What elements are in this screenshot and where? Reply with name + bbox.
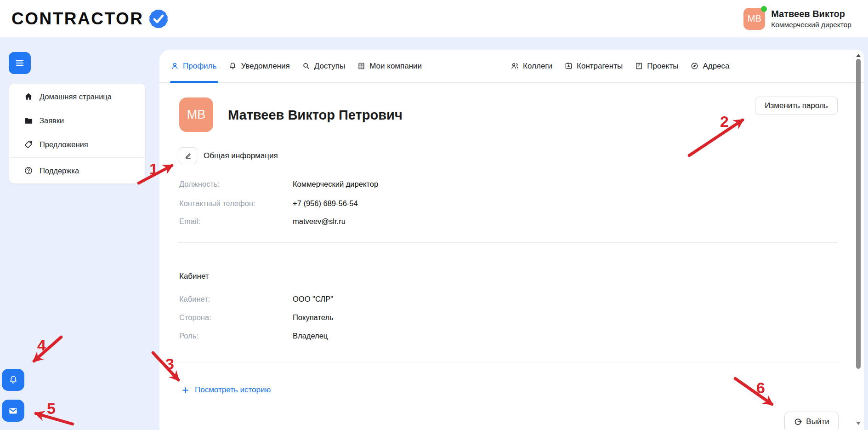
kanban-icon [635, 62, 643, 70]
field-label: Email: [179, 216, 293, 226]
verified-badge-icon [148, 8, 169, 29]
sidebar-nav: Домашняя страница Заявки Предложения Под… [9, 84, 145, 183]
home-icon [24, 92, 33, 101]
id-card-icon [565, 62, 573, 70]
edit-general-info-button[interactable] [179, 147, 197, 164]
compass-icon [691, 62, 698, 70]
scrollbar-down-arrow[interactable] [856, 422, 861, 425]
field-label: Кабинет: [179, 294, 293, 304]
logo[interactable]: CONTRACTOR [11, 8, 169, 29]
sidebar-item-support[interactable]: Поддержка [9, 159, 145, 183]
change-password-button[interactable]: Изменить пароль [755, 97, 838, 115]
bell-icon [229, 62, 237, 70]
messages-fab[interactable] [2, 400, 24, 422]
field-value: Коммерческий директор [293, 179, 378, 189]
online-status-dot [761, 6, 767, 12]
sidebar-item-home[interactable]: Домашняя страница [9, 85, 145, 109]
section-divider [178, 362, 838, 362]
tab-projects[interactable]: Проекты [635, 50, 678, 83]
user-role: Коммерческий директор [771, 20, 851, 29]
tab-notifications[interactable]: Уведомления [229, 50, 289, 83]
field-row: Email: matveev@slr.ru [179, 216, 346, 226]
section-divider [178, 242, 838, 243]
sidebar-item-label: Домашняя страница [40, 92, 112, 101]
top-header: CONTRACTOR MB Матвеев Виктор Коммерчески… [0, 0, 868, 37]
field-label: Сторона: [179, 312, 293, 322]
people-icon [511, 62, 519, 70]
sidebar-item-offers[interactable]: Предложения [9, 132, 145, 156]
annotation-number-1: 1 [149, 161, 158, 177]
tab-addresses[interactable]: Адреса [691, 50, 729, 83]
cabinet-icon [357, 62, 365, 70]
question-circle-icon [24, 166, 33, 175]
search-icon [302, 62, 310, 70]
tab-colleagues[interactable]: Коллеги [511, 50, 552, 83]
field-value: Владелец [293, 331, 328, 341]
general-info-title: Общая информация [204, 151, 278, 161]
field-row: Должность: Коммерческий директор [179, 179, 378, 189]
field-row: Сторона: Покупатель [179, 312, 334, 322]
cabinet-title: Кабинет [179, 272, 209, 281]
sidebar-item-requests[interactable]: Заявки [9, 109, 145, 132]
field-value: matveev@slr.ru [293, 216, 346, 226]
field-row: Роль: Владелец [179, 331, 328, 341]
field-value: +7 (956) 689-56-54 [293, 198, 358, 208]
field-value: Покупатель [293, 312, 334, 322]
field-value: ООО "СЛР" [293, 294, 333, 304]
tab-my-companies[interactable]: Мои компании [357, 50, 422, 83]
bell-icon [8, 374, 19, 385]
annotation-arrow-5 [36, 413, 73, 424]
avatar-initials: MB [187, 108, 206, 122]
plus-icon [182, 386, 189, 394]
sidebar-divider [9, 157, 145, 158]
annotation-arrow-4 [34, 337, 61, 361]
tag-icon [24, 140, 33, 149]
user-name: Матвеев Виктор [771, 8, 851, 20]
tab-profile[interactable]: Профиль [171, 50, 216, 83]
folder-icon [24, 116, 33, 125]
field-label: Роль: [179, 331, 293, 341]
scrollbar-thumb[interactable] [856, 59, 861, 369]
annotation-number-4: 4 [37, 337, 46, 353]
field-label: Контактный телефон: [179, 198, 293, 208]
sidebar-item-label: Предложения [40, 140, 88, 149]
logout-icon [794, 418, 802, 426]
person-icon [171, 62, 179, 70]
header-user-menu[interactable]: MB Матвеев Виктор Коммерческий директор [743, 8, 851, 30]
scrollbar-up-arrow[interactable] [856, 54, 861, 57]
tab-accesses[interactable]: Доступы [302, 50, 346, 83]
content-card: Профиль Уведомления Доступы Мои компании… [159, 50, 864, 430]
hamburger-icon [15, 58, 25, 68]
logo-text: CONTRACTOR [11, 9, 143, 29]
logout-button[interactable]: Выйти [784, 412, 839, 430]
tab-counterparties[interactable]: Контрагенты [565, 50, 623, 83]
view-history-link[interactable]: Посмотреть историю [182, 385, 271, 395]
notifications-fab[interactable] [2, 369, 24, 391]
profile-avatar: MB [179, 97, 213, 132]
avatar-initials: MB [748, 13, 761, 24]
field-label: Должность: [179, 179, 293, 189]
envelope-icon [7, 405, 19, 417]
annotation-number-5: 5 [47, 401, 56, 416]
pencil-icon [184, 152, 192, 160]
user-avatar: MB [743, 8, 765, 30]
tabs-bar: Профиль Уведомления Доступы Мои компании… [159, 50, 864, 83]
field-row: Кабинет: ООО "СЛР" [179, 294, 333, 304]
scrollbar[interactable] [856, 50, 861, 430]
menu-toggle-button[interactable] [9, 52, 31, 74]
field-row: Контактный телефон: +7 (956) 689-56-54 [179, 198, 358, 208]
sidebar-item-label: Поддержка [40, 166, 79, 175]
sidebar-item-label: Заявки [40, 116, 64, 125]
profile-full-name: Матвеев Виктор Петрович [228, 108, 403, 123]
